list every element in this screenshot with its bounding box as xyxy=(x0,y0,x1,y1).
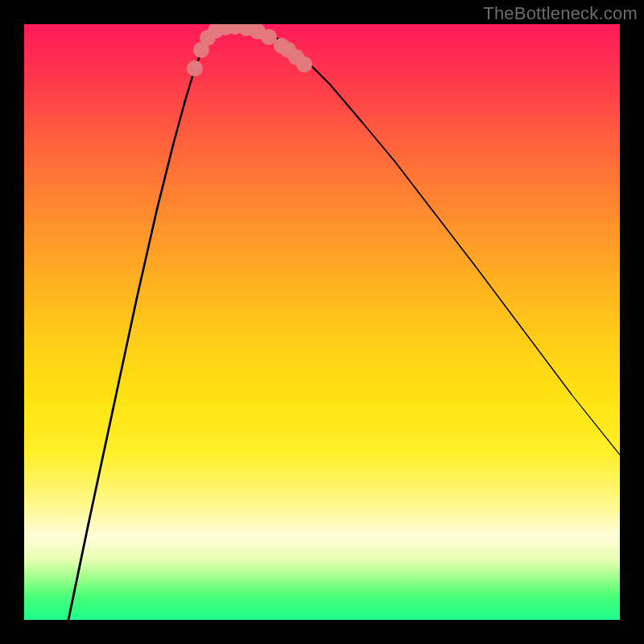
curve-segment xyxy=(113,298,137,411)
curve-markers xyxy=(187,24,312,76)
curve-segment xyxy=(137,209,157,298)
plot-area xyxy=(24,24,620,620)
curve-marker xyxy=(187,60,203,76)
chart-frame: TheBottleneck.com xyxy=(0,0,644,644)
curve-segment xyxy=(523,330,572,394)
curve-segment xyxy=(572,394,620,455)
watermark-text: TheBottleneck.com xyxy=(483,3,638,24)
curve-segment xyxy=(68,523,89,620)
curve-segment xyxy=(173,101,185,145)
curve-marker xyxy=(296,56,312,72)
bottleneck-curve xyxy=(68,26,620,620)
bottleneck-curve-svg xyxy=(24,24,620,620)
curve-segment xyxy=(157,145,173,209)
curve-segment xyxy=(330,85,362,122)
curve-segment xyxy=(435,213,475,266)
curve-segment xyxy=(475,266,523,330)
curve-segment xyxy=(362,122,394,161)
curve-segment xyxy=(394,161,435,213)
curve-segment xyxy=(89,411,113,523)
